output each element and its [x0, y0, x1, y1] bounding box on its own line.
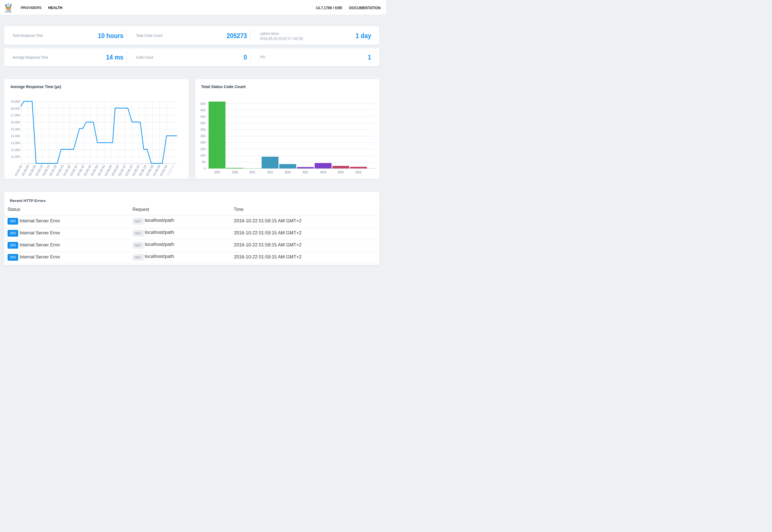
svg-text:200: 200: [214, 170, 220, 174]
svg-text:350: 350: [200, 121, 205, 125]
svg-text:400: 400: [200, 115, 205, 118]
svg-text:18,000: 18,000: [11, 107, 20, 110]
svg-text:100: 100: [200, 154, 205, 157]
svg-text:450: 450: [200, 109, 205, 112]
svg-text:250: 250: [200, 134, 205, 138]
svg-text:300: 300: [200, 128, 205, 131]
svg-text:11,000: 11,000: [11, 155, 20, 158]
svg-text:404: 404: [320, 170, 326, 174]
svg-text:150: 150: [200, 147, 205, 151]
svg-text:0: 0: [204, 167, 205, 170]
svg-text:500: 500: [200, 102, 205, 105]
svg-text:401: 401: [302, 170, 308, 174]
svg-text:træfik: træfik: [5, 10, 11, 13]
svg-text:301: 301: [249, 170, 255, 174]
svg-text:304: 304: [285, 170, 291, 174]
svg-text:50: 50: [202, 160, 205, 164]
svg-text:17,000: 17,000: [11, 114, 20, 117]
svg-text:14,000: 14,000: [11, 134, 20, 138]
svg-text:206: 206: [232, 170, 237, 174]
svg-text:500: 500: [338, 170, 343, 174]
svg-text:12,000: 12,000: [11, 148, 20, 152]
svg-text:15,000: 15,000: [11, 128, 20, 131]
svg-text:19,000: 19,000: [11, 100, 20, 103]
svg-text:302: 302: [267, 170, 273, 174]
svg-text:503: 503: [355, 170, 361, 174]
svg-text:16,000: 16,000: [11, 121, 20, 124]
svg-text:13,000: 13,000: [11, 141, 20, 145]
svg-text:200: 200: [200, 141, 205, 144]
